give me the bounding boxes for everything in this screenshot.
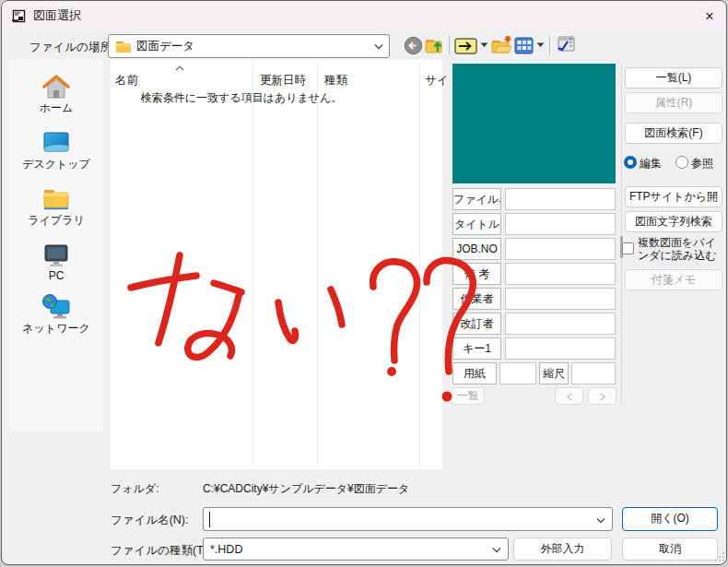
text-caret (209, 512, 210, 527)
toolbar-separator (449, 36, 450, 54)
chevron-down-icon (374, 43, 383, 50)
binder-checkbox-label: 複数図面をバイ ンダに読み込む (638, 236, 716, 262)
radio-reference[interactable] (675, 156, 688, 169)
app-icon (11, 8, 27, 24)
cancel-button[interactable]: 取消 (622, 537, 718, 561)
new-folder-icon[interactable] (491, 35, 512, 55)
column-divider (252, 62, 253, 467)
toolbar-separator (549, 36, 550, 54)
attr-label-reviser: 改訂者 (452, 313, 501, 335)
attr-label-remarks: 備 考 (452, 263, 501, 285)
up-folder-icon[interactable] (425, 35, 445, 55)
attribute-button[interactable]: 属性(R) (625, 92, 722, 113)
attr-value-key1 (505, 337, 616, 360)
filetype-value: *.HDD (210, 538, 242, 561)
chevron-down-icon (492, 547, 501, 553)
attr-value-reviser (505, 313, 616, 335)
goto-dropdown-chevron-icon[interactable] (480, 42, 488, 48)
sidebar-item-label: ライブラリ (9, 213, 103, 229)
attr-label-scale: 縮尺 (539, 362, 569, 384)
attr-label-paper: 用紙 (452, 362, 497, 384)
desktop-icon (9, 129, 103, 157)
location-combobox[interactable]: 図面データ (108, 34, 390, 58)
attr-label-filename: ファイル名 (452, 188, 501, 210)
drawing-preview (452, 64, 616, 183)
radio-reference-label: 参照 (691, 156, 713, 171)
attr-value-title (505, 213, 616, 235)
attr-value-scale (571, 362, 616, 384)
chevron-down-icon[interactable] (596, 517, 605, 524)
sidebar-item-home[interactable]: ホーム (9, 73, 103, 116)
sidebar-item-desktop[interactable]: デスクトップ (9, 129, 103, 172)
pc-icon (9, 242, 103, 269)
network-icon (9, 293, 103, 321)
column-header-modified[interactable]: 更新日時 (260, 73, 306, 89)
sidebar-item-label: ネットワーク (9, 321, 103, 337)
drawing-search-button[interactable]: 図面検索(F) (625, 123, 722, 144)
column-header-name[interactable]: 名前 (115, 73, 138, 89)
column-header-type[interactable]: 種類 (324, 73, 347, 89)
filetype-select[interactable]: *.HDD (203, 537, 509, 561)
title-bar (2, 1, 726, 30)
sidebar-item-network[interactable]: ネットワーク (9, 293, 103, 337)
attr-value-remarks (505, 263, 616, 285)
attr-label-jobno: JOB.NO (452, 238, 501, 260)
column-header-size[interactable]: サイ (425, 73, 449, 89)
folder-icon (115, 40, 132, 53)
file-list[interactable] (111, 60, 442, 469)
library-icon (9, 185, 103, 213)
sidebar-item-label: ホーム (9, 100, 103, 116)
attr-value-jobno (505, 238, 616, 260)
sidebar-item-library[interactable]: ライブラリ (9, 185, 103, 229)
list-view-button[interactable]: 一覧(L) (625, 67, 722, 89)
column-divider (317, 62, 318, 467)
attr-value-filename (505, 188, 616, 210)
attr-label-author: 作業者 (452, 288, 501, 310)
close-icon[interactable]: × (695, 5, 724, 28)
folder-label: フォルダ: (111, 481, 159, 497)
sidebar-item-label: PC (9, 269, 103, 282)
attr-value-author (505, 288, 616, 310)
radio-edit-label: 編集 (640, 156, 662, 171)
settings-check-icon[interactable] (556, 35, 576, 54)
sidebar-item-pc[interactable]: PC (9, 242, 103, 282)
drawing-select-dialog: 図面選択 × ファイルの場所(I): 図面データ (1, 0, 727, 565)
ftp-open-button[interactable]: FTPサイトから開く... (625, 186, 722, 207)
open-button[interactable]: 開く(O) (622, 507, 718, 531)
folder-path: C:¥CADCity¥サンプルデータ¥図面データ (203, 481, 409, 497)
empty-list-message: 検索条件に一致する項目はありません。 (122, 90, 361, 106)
radio-edit[interactable] (624, 156, 637, 169)
external-input-button[interactable]: 外部入力 (513, 537, 612, 561)
attr-label-key1: キー1 (452, 337, 501, 360)
attr-label-title: タイトル (452, 213, 501, 235)
resize-grip[interactable] (713, 550, 726, 563)
goto-last-folder-icon[interactable] (454, 38, 477, 54)
binder-checkbox[interactable] (622, 242, 634, 254)
sort-ascending-icon (175, 65, 184, 71)
sidebar-item-label: デスクトップ (9, 157, 103, 172)
back-icon[interactable] (404, 36, 423, 55)
page-title: 図面選択 (33, 1, 81, 30)
filename-input[interactable] (203, 507, 613, 531)
view-menu-icon[interactable] (514, 37, 534, 54)
filetype-label: ファイルの種類(T): (111, 543, 210, 559)
location-value: 図面データ (136, 35, 194, 57)
attr-list-button[interactable]: 一覧 (451, 387, 485, 405)
next-drawing-button[interactable] (588, 387, 616, 405)
prev-drawing-button[interactable] (555, 387, 583, 405)
filename-label: ファイル名(N): (111, 513, 189, 528)
attr-value-paper (499, 362, 536, 384)
home-icon (9, 73, 103, 100)
sticky-memo-button[interactable]: 付箋メモ (625, 269, 722, 290)
text-search-button[interactable]: 図面文字列検索 (625, 211, 722, 232)
panel-scrollbar[interactable] (621, 64, 622, 405)
column-divider (419, 62, 420, 467)
view-dropdown-chevron-icon[interactable] (536, 42, 545, 48)
